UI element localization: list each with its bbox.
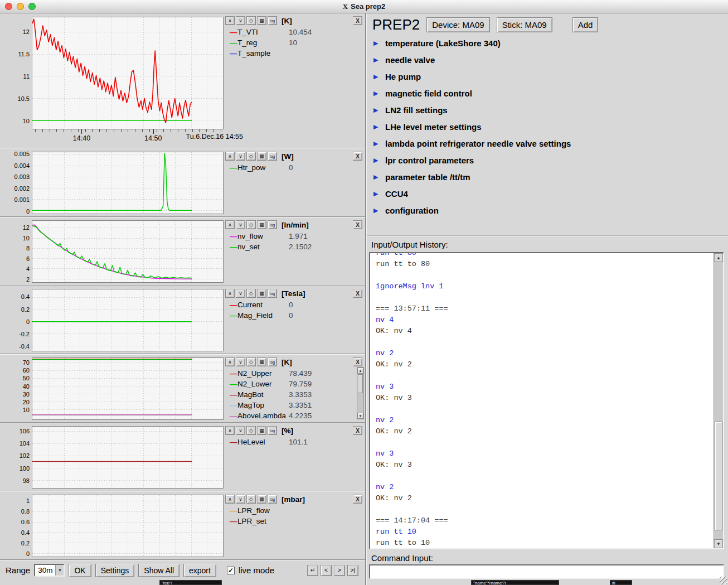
section-lambda-point-refrigerator-needle-valve-settings[interactable]: ▶lambda point refrigerator needle valve … — [373, 135, 726, 152]
plot-area[interactable] — [32, 152, 224, 214]
chart-close-button[interactable]: X — [353, 289, 362, 298]
latest-button[interactable]: >| — [347, 565, 358, 576]
section-he-pump[interactable]: ▶He pump — [373, 68, 726, 85]
prep2-header: PREP2 Device: MA09 Stick: MA09 Add — [372, 16, 726, 33]
chart-close-button[interactable]: X — [353, 357, 362, 366]
scroll-down-button[interactable]: ∨ — [236, 357, 245, 366]
legend-entry: —T_reg10 — [225, 37, 365, 48]
grid-button[interactable]: ▦ — [257, 16, 266, 25]
scroll-down-arrow-icon[interactable]: ▼ — [714, 539, 723, 548]
command-input[interactable] — [369, 564, 724, 579]
section-parameter-table-tt-tm[interactable]: ▶parameter table /tt/tm — [373, 168, 726, 185]
scroll-up-button[interactable]: ∧ — [225, 16, 235, 25]
scroll-down-button[interactable]: ∨ — [236, 152, 245, 161]
scroll-up-button[interactable]: ∧ — [225, 289, 235, 298]
scroll-up-button[interactable]: ∧ — [225, 152, 235, 161]
plot-area[interactable] — [32, 495, 224, 557]
history-box[interactable]: run tt 80run tt to 80ignoreMsg lnv 1=== … — [369, 252, 724, 549]
show-all-button[interactable]: Show All — [138, 564, 179, 577]
scroll-down-button[interactable]: ∨ — [236, 495, 245, 504]
grid-button[interactable]: ▦ — [257, 426, 266, 435]
grid-button[interactable]: ▦ — [257, 152, 266, 161]
history-line: nv 3 — [376, 383, 714, 394]
range-select[interactable]: 30m ▼ — [34, 564, 65, 577]
legend-color-swatch-icon: — — [230, 38, 237, 47]
zoom-button[interactable]: ◇ — [246, 426, 256, 435]
chart-close-button[interactable]: X — [353, 152, 362, 161]
zoom-button[interactable]: ◇ — [246, 220, 256, 229]
zoom-button[interactable]: ◇ — [246, 16, 256, 25]
section-needle-valve[interactable]: ▶needle valve — [373, 51, 726, 68]
legend-scrollbar[interactable]: ▲▼ — [357, 367, 364, 419]
legend-name: HeLevel — [237, 438, 289, 446]
device-button[interactable]: Device: MA09 — [426, 17, 489, 32]
scroll-up-arrow-icon[interactable]: ▲ — [714, 253, 723, 262]
section-lpr-control-parameters[interactable]: ▶lpr control parameters — [373, 152, 726, 168]
plot-area[interactable] — [32, 17, 224, 129]
log-scale-button[interactable]: log — [268, 495, 277, 504]
export-button[interactable]: export — [183, 564, 216, 577]
legend-scroll-thumb[interactable] — [358, 374, 363, 393]
chart-toolbar: ∧∨◇▦log[K]X — [225, 16, 365, 26]
plot-area[interactable] — [32, 426, 224, 489]
chart-toolbar: ∧∨◇▦log[mbar]X — [225, 494, 365, 504]
history-scrollbar[interactable]: ▲ ▼ — [714, 253, 723, 548]
plot-area[interactable] — [32, 357, 224, 420]
scroll-thumb[interactable] — [715, 422, 722, 531]
chart-close-button[interactable]: X — [353, 220, 362, 229]
scroll-up-button[interactable]: ∧ — [225, 495, 235, 504]
live-mode-checkbox[interactable]: ✓ — [227, 567, 235, 574]
grid-button[interactable]: ▦ — [257, 220, 266, 229]
legend-scroll-down-icon[interactable]: ▼ — [357, 413, 363, 419]
log-scale-button[interactable]: log — [268, 289, 277, 298]
section-ccu4[interactable]: ▶CCU4 — [373, 185, 726, 202]
grid-button[interactable]: ▦ — [257, 289, 266, 298]
log-scale-button[interactable]: log — [268, 426, 277, 435]
zoom-button[interactable]: ◇ — [246, 152, 256, 161]
add-button[interactable]: Add — [572, 17, 599, 32]
chart-close-button[interactable]: X — [353, 495, 362, 504]
zoom-button[interactable]: ◇ — [246, 289, 256, 298]
log-scale-button[interactable]: log — [268, 357, 277, 366]
scroll-up-button[interactable]: ∧ — [225, 357, 235, 366]
plot-area[interactable] — [32, 220, 224, 283]
stick-button[interactable]: Stick: MA09 — [497, 17, 552, 32]
chart-close-button[interactable]: X — [353, 426, 362, 435]
log-scale-button[interactable]: log — [268, 16, 277, 25]
page-right-button[interactable]: > — [334, 565, 345, 576]
scroll-down-button[interactable]: ∨ — [236, 426, 245, 435]
resize-grip[interactable] — [720, 577, 727, 584]
ok-button[interactable]: OK — [69, 564, 91, 577]
back-jump-button[interactable]: ↵ — [307, 565, 318, 576]
titlebar[interactable]: XSea prep2 — [0, 0, 728, 13]
zoom-button[interactable]: ◇ — [246, 495, 256, 504]
scroll-down-button[interactable]: ∨ — [236, 220, 245, 229]
section-configuration[interactable]: ▶configuration — [373, 202, 726, 219]
x-axis: 14:4014:50Tu.6.Dec.16 14:55 — [0, 129, 365, 146]
section-magnetic-field-control[interactable]: ▶magnetic field control — [373, 85, 726, 101]
scroll-down-button[interactable]: ∨ — [236, 16, 245, 25]
zoom-button[interactable]: ◇ — [246, 357, 256, 366]
section-ln2-fill-settings[interactable]: ▶LN2 fill settings — [373, 101, 726, 118]
legend-entry: —Mag_Field0 — [225, 310, 365, 321]
page-left-button[interactable]: < — [321, 565, 332, 576]
y-tick-label: 11.5 — [1, 51, 30, 57]
legend-color-swatch-icon: — — [230, 517, 237, 525]
legend-scroll-up-icon[interactable]: ▲ — [357, 368, 363, 374]
grid-button[interactable]: ▦ — [257, 495, 266, 504]
legend-color-swatch-icon: — — [230, 506, 237, 515]
y-tick-label: 12 — [1, 28, 30, 35]
legend-value: 78.439 — [289, 369, 312, 378]
scroll-down-button[interactable]: ∨ — [236, 289, 245, 298]
plot-area[interactable] — [32, 289, 224, 351]
scroll-up-button[interactable]: ∧ — [225, 426, 235, 435]
prep2-title: PREP2 — [372, 16, 420, 33]
section-temperature-lakeshore-340[interactable]: ▶temperature (LakeShore 340) — [373, 35, 726, 51]
scroll-up-button[interactable]: ∧ — [225, 220, 235, 229]
log-scale-button[interactable]: log — [268, 152, 277, 161]
chart-close-button[interactable]: X — [353, 16, 362, 25]
section-lhe-level-meter-settings[interactable]: ▶LHe level meter settings — [373, 118, 726, 135]
log-scale-button[interactable]: log — [268, 220, 277, 229]
settings-button[interactable]: Settings — [95, 564, 135, 577]
grid-button[interactable]: ▦ — [257, 357, 266, 366]
